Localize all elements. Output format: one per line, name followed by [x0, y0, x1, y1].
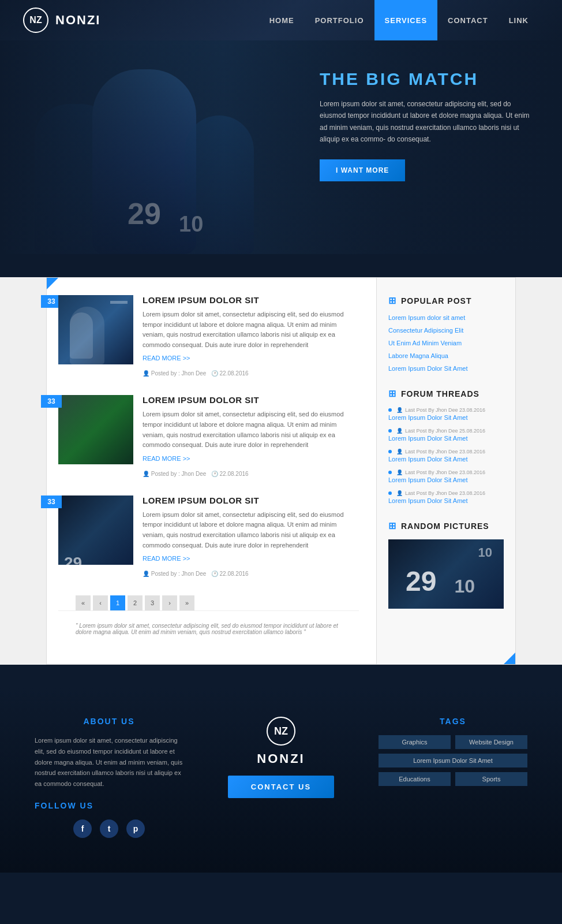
forum-meta-4: 👤 Last Post By Jhon Dee 23.08.2016: [388, 470, 504, 475]
logo-area: NZ NONZI: [23, 8, 100, 33]
hero-title: THE BIG MATCH: [320, 69, 539, 89]
forum-meta-2: 👤 Last Post By Jhon Dee 25.08.2016: [388, 428, 504, 434]
thumb-image-3: 29: [58, 495, 133, 565]
page-3-btn[interactable]: 3: [145, 595, 160, 610]
thumb-image-2: [58, 395, 133, 464]
forum-threads-title: ⊞ FORUM THREADS: [388, 388, 504, 399]
forum-dot-5: [388, 491, 392, 495]
hero-cta-button[interactable]: I WANT MORE: [320, 159, 405, 181]
popular-link-2[interactable]: Consectetur Adipiscing Elit: [388, 327, 504, 334]
post-number: 33: [41, 495, 62, 508]
main-inner: 33 LOREM IPSUM DOLOR SIT Lorem ipsum dol…: [46, 277, 516, 665]
forum-meta-1: 👤 Last Post By Jhon Dee 23.08.2016: [388, 407, 504, 413]
social-pinterest[interactable]: p: [126, 819, 145, 838]
forum-dot-2: [388, 429, 392, 433]
random-pictures-section: ⊞ RANDOM PICTURES 10: [388, 520, 504, 609]
social-icons: f t p: [35, 819, 183, 838]
site-name: NONZI: [55, 13, 100, 28]
post-excerpt-3: Lorem ipsum dolor sit amet, consectetur …: [143, 510, 359, 550]
post-title-1: LOREM IPSUM DOLOR SIT: [143, 295, 359, 305]
forum-item-2: 👤 Last Post By Jhon Dee 25.08.2016 Lorem…: [388, 428, 504, 442]
tag-graphics[interactable]: Graphics: [379, 735, 451, 749]
forum-link-4[interactable]: Lorem Ipsum Dolor Sit Amet: [388, 476, 504, 483]
social-twitter[interactable]: t: [100, 819, 118, 838]
footer-grid: ABOUT US Lorem ipsum dolor sit amet, con…: [35, 717, 527, 837]
footer-center: NZ NONZI CONTACT US: [207, 717, 355, 837]
page-2-btn[interactable]: 2: [128, 595, 143, 610]
contact-us-button[interactable]: CONTACT US: [228, 776, 334, 798]
page-1-btn[interactable]: 1: [110, 595, 125, 610]
thumb-image-1: [58, 295, 133, 364]
forum-dot-1: [388, 408, 392, 412]
social-facebook[interactable]: f: [73, 819, 92, 838]
popular-icon: ⊞: [388, 295, 396, 306]
post-meta-1: LOREM IPSUM DOLOR SIT Lorem ipsum dolor …: [143, 295, 359, 378]
main-nav: HOME PORTFOLIO SERVICES CONTACT LINK: [259, 0, 539, 40]
pictures-icon: ⊞: [388, 520, 396, 531]
footer-logo-icon: NZ: [267, 717, 295, 746]
forum-meta-5: 👤 Last Post By Jhon Dee 23.08.2016: [388, 490, 504, 496]
post-excerpt-1: Lorem ipsum dolor sit amet, consectetur …: [143, 310, 359, 350]
post-thumbnail-1: [58, 295, 133, 364]
forum-link-1[interactable]: Lorem Ipsum Dolor Sit Amet: [388, 414, 504, 421]
content-area: 33 LOREM IPSUM DOLOR SIT Lorem ipsum dol…: [47, 278, 377, 664]
forum-link-5[interactable]: Lorem Ipsum Dolor Sit Amet: [388, 497, 504, 504]
random-picture: 10: [388, 539, 504, 609]
nav-link[interactable]: LINK: [499, 0, 539, 40]
popular-post-section: ⊞ POPULAR POST Lorem Ipsum dolor sit ame…: [388, 295, 504, 372]
tag-sports[interactable]: Sports: [455, 772, 527, 786]
pagination: « ‹ 1 2 3 › »: [58, 595, 359, 610]
header: NZ NONZI HOME PORTFOLIO SERVICES CONTACT…: [0, 0, 562, 40]
footer-about-title: ABOUT US: [35, 717, 183, 726]
forum-item-4: 👤 Last Post By Jhon Dee 23.08.2016 Lorem…: [388, 470, 504, 483]
corner-decoration-br: [504, 653, 515, 664]
read-more-2[interactable]: READ MORE >>: [143, 455, 359, 462]
nav-contact[interactable]: CONTACT: [437, 0, 499, 40]
main-wrapper: 33 LOREM IPSUM DOLOR SIT Lorem ipsum dol…: [0, 277, 562, 665]
tag-lorem-ipsum[interactable]: Lorem Ipsum Dolor Sit Amet: [379, 754, 527, 767]
read-more-3[interactable]: READ MORE >>: [143, 555, 359, 562]
post-meta-3: LOREM IPSUM DOLOR SIT Lorem ipsum dolor …: [143, 495, 359, 578]
popular-link-3[interactable]: Ut Enim Ad Minim Veniam: [388, 340, 504, 346]
content-footer-quote: " Lorem ipsum dolor sit amet, consectetu…: [58, 610, 359, 647]
logo-icon: NZ: [23, 8, 48, 33]
footer-tags: TAGS Graphics Website Design Lorem Ipsum…: [379, 717, 527, 837]
site-footer: ABOUT US Lorem ipsum dolor sit amet, con…: [0, 688, 562, 872]
post-author-1: 👤 Posted by : Jhon Dee 🕐 22.08.2016: [143, 370, 249, 377]
nav-home[interactable]: HOME: [259, 0, 305, 40]
forum-dot-3: [388, 450, 392, 453]
tags-grid: Graphics Website Design Lorem Ipsum Dolo…: [379, 735, 527, 786]
page-next-btn[interactable]: ›: [162, 595, 177, 610]
forum-dot-4: [388, 471, 392, 474]
forum-item-1: 👤 Last Post By Jhon Dee 23.08.2016 Lorem…: [388, 407, 504, 421]
footer-about: ABOUT US Lorem ipsum dolor sit amet, con…: [35, 717, 183, 837]
post-number: 33: [41, 395, 62, 408]
random-pictures-title: ⊞ RANDOM PICTURES: [388, 520, 504, 531]
forum-link-2[interactable]: Lorem Ipsum Dolor Sit Amet: [388, 435, 504, 442]
nav-portfolio[interactable]: PORTFOLIO: [305, 0, 374, 40]
forum-link-3[interactable]: Lorem Ipsum Dolor Sit Amet: [388, 456, 504, 463]
popular-link-1[interactable]: Lorem Ipsum dolor sit amet: [388, 314, 504, 321]
footer-about-text: Lorem ipsum dolor sit amet, consectetur …: [35, 735, 183, 789]
post-item: 33 LOREM IPSUM DOLOR SIT Lorem ipsum dol…: [58, 395, 359, 478]
tag-website-design[interactable]: Website Design: [455, 735, 527, 749]
read-more-1[interactable]: READ MORE >>: [143, 355, 359, 362]
hero-text: Lorem ipsum dolor sit amet, consectetur …: [320, 98, 539, 146]
nav-services[interactable]: SERVICES: [374, 0, 438, 40]
jersey-number: 10: [478, 545, 492, 560]
post-item: 33 29 LOREM IPSUM DOLOR SIT Lorem ipsum …: [58, 495, 359, 578]
post-author-3: 👤 Posted by : Jhon Dee 🕐 22.08.2016: [143, 571, 249, 577]
popular-link-4[interactable]: Labore Magna Aliqua: [388, 352, 504, 359]
tag-educations[interactable]: Educations: [379, 772, 451, 786]
post-excerpt-2: Lorem ipsum dolor sit amet, consectetur …: [143, 409, 359, 450]
forum-meta-3: 👤 Last Post By Jhon Dee 23.08.2016: [388, 449, 504, 454]
page-first-btn[interactable]: «: [76, 595, 91, 610]
post-title-2: LOREM IPSUM DOLOR SIT: [143, 395, 359, 405]
page-prev-btn[interactable]: ‹: [93, 595, 108, 610]
forum-threads-section: ⊞ FORUM THREADS 👤 Last Post By Jhon Dee …: [388, 388, 504, 504]
page-last-btn[interactable]: »: [179, 595, 194, 610]
post-thumbnail-2: [58, 395, 133, 464]
footer-tags-title: TAGS: [379, 717, 527, 726]
popular-link-5[interactable]: Lorem Ipsum Dolor Sit Amet: [388, 365, 504, 372]
post-thumbnail-3: 29: [58, 495, 133, 565]
